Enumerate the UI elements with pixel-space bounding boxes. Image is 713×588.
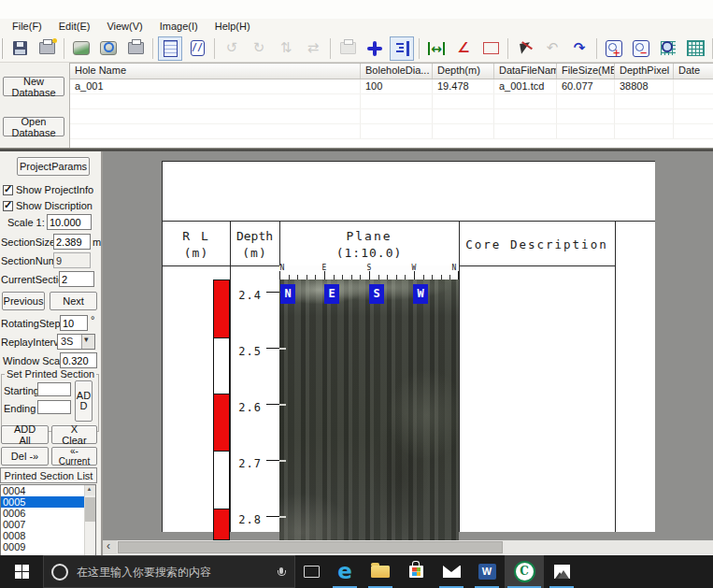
list-item[interactable]: 0008 (1, 530, 95, 541)
flip-horizontal-icon[interactable]: ⇄ (301, 36, 325, 61)
orientation-badge-e: E (324, 284, 339, 304)
cortana-icon (51, 564, 68, 581)
measure-width-icon[interactable]: ↔ (424, 36, 449, 61)
taskbar-store-button[interactable] (398, 555, 434, 588)
rotate-left-icon[interactable]: ↺ (220, 36, 244, 61)
measure-rect-icon[interactable] (478, 36, 503, 61)
section-size-input[interactable] (53, 234, 91, 250)
current-section-input[interactable] (59, 271, 94, 287)
rotate-right-icon[interactable]: ↻ (247, 36, 271, 61)
taskbar-word-button[interactable]: W (469, 555, 505, 588)
measure-arrow-icon[interactable] (513, 36, 537, 61)
menu-file[interactable]: File(F) (4, 19, 50, 35)
table-row-empty (70, 94, 713, 109)
microphone-icon[interactable] (278, 567, 285, 577)
column-header[interactable]: BoleholeDia... (361, 64, 433, 79)
rl-segment-white (214, 337, 229, 394)
column-header[interactable]: Date (674, 64, 713, 79)
list-item[interactable]: 0006 (1, 508, 95, 519)
toolbar-grip (1, 38, 3, 59)
word-icon: W (478, 564, 496, 580)
list-item[interactable]: 0009 (1, 541, 95, 552)
ending-input[interactable] (37, 400, 71, 414)
project-params-button[interactable]: ProjectParams (17, 157, 90, 176)
list-item[interactable]: 0007 (1, 519, 95, 530)
new-database-button[interactable]: New Database (3, 77, 64, 96)
params-panel: ProjectParams Show ProjectInfo Show Disc… (0, 151, 101, 555)
menu-image[interactable]: Image(I) (151, 19, 207, 35)
plane-header: Plane (279, 229, 459, 243)
capture-icon[interactable] (335, 36, 360, 61)
measure-angle-icon[interactable]: ∠ (451, 36, 476, 61)
search-input[interactable] (75, 565, 271, 580)
print-icon[interactable] (123, 36, 148, 61)
list-item-selected[interactable]: 0005 (1, 496, 95, 508)
taskbar-file-explorer-button[interactable] (363, 555, 398, 588)
scale-input[interactable] (47, 214, 92, 230)
depth-ruler-icon[interactable] (390, 36, 414, 61)
depth-tick-label: 2.4 (232, 289, 262, 302)
column-header[interactable]: Depth(m) (433, 64, 494, 79)
redo-icon[interactable]: ↷ (567, 36, 592, 61)
column-header[interactable]: DataFileName (494, 64, 557, 79)
ending-label: Ending (4, 402, 36, 416)
horizontal-scrollbar[interactable] (103, 540, 713, 554)
task-view-icon (304, 566, 320, 578)
image-depth-tick (279, 460, 286, 462)
start-button[interactable] (0, 555, 43, 588)
current-button[interactable]: «-Current (51, 447, 97, 466)
orientation-badge-w: W (413, 284, 428, 304)
task-view-button[interactable] (295, 555, 327, 588)
list-scrollbar-thumb[interactable] (85, 497, 95, 522)
column-header[interactable]: DepthPixel (615, 64, 674, 79)
menu-view[interactable]: View(V) (98, 19, 150, 35)
printed-section-list-header: Printed Section List (0, 467, 97, 483)
column-header[interactable]: FileSize(MB) (557, 64, 615, 79)
zoom-grid-icon[interactable] (656, 36, 680, 61)
flip-vertical-icon[interactable]: ⇅ (274, 36, 298, 61)
taskbar-search-box[interactable] (43, 555, 295, 588)
table-row[interactable]: a_001 100 19.478 a_001.tcd 60.077 38808 (70, 79, 713, 94)
taskbar-photos-button[interactable] (544, 555, 579, 588)
delete-button[interactable]: Del -» (1, 447, 49, 466)
list-item[interactable]: 0004 (1, 485, 95, 496)
rotating-step-input[interactable] (60, 315, 88, 331)
show-projectinfo-checkbox[interactable] (3, 185, 13, 195)
core-unrolled-image[interactable]: N E S W (279, 280, 459, 540)
taskbar-core-app-button[interactable]: C (505, 555, 544, 588)
undo-icon[interactable]: ↶ (540, 36, 564, 61)
printed-section-list[interactable]: 0004 0005 0006 0007 0008 0009 (0, 484, 96, 556)
search-image-icon[interactable] (96, 36, 121, 61)
taskbar-mail-button[interactable] (434, 555, 469, 588)
table-view-icon[interactable] (158, 36, 182, 61)
column-header[interactable]: Hole Name (70, 64, 361, 79)
list-scrollbar[interactable] (84, 485, 95, 555)
rl-segment-white (214, 451, 229, 509)
scroll-up-arrow-icon[interactable] (85, 485, 95, 495)
dropdown-arrow-icon[interactable] (81, 335, 94, 349)
crosshair-icon[interactable] (363, 36, 387, 61)
grid-icon[interactable] (683, 36, 707, 61)
replay-interval-dropdown[interactable]: 3S (57, 334, 95, 350)
window-scale-input[interactable] (60, 352, 97, 368)
orientation-badge-s: S (369, 284, 384, 304)
add-all-button[interactable]: ADD All (1, 425, 49, 444)
show-discription-checkbox[interactable] (3, 201, 13, 211)
clear-image-icon[interactable]: // (185, 36, 209, 61)
scroll-left-arrow-icon[interactable] (103, 540, 117, 554)
taskbar-edge-button[interactable]: e (327, 555, 363, 588)
menu-edit[interactable]: Edit(E) (50, 19, 99, 35)
add-section-button[interactable]: ADD (75, 380, 93, 422)
print-setup-icon[interactable] (35, 36, 59, 61)
zoom-in-icon[interactable]: + (602, 36, 626, 61)
save-icon[interactable] (7, 36, 32, 61)
starting-input[interactable] (37, 382, 71, 396)
menu-help[interactable]: Help(H) (207, 19, 259, 35)
previous-button[interactable]: Previous (2, 292, 45, 310)
zoom-out-icon[interactable]: − (629, 36, 653, 61)
clear-button[interactable]: X Clear (51, 425, 97, 444)
open-database-button[interactable]: Open Database (3, 117, 64, 136)
hscroll-thumb[interactable] (118, 541, 503, 553)
next-button[interactable]: Next (50, 292, 97, 310)
scan-icon[interactable] (69, 36, 93, 61)
